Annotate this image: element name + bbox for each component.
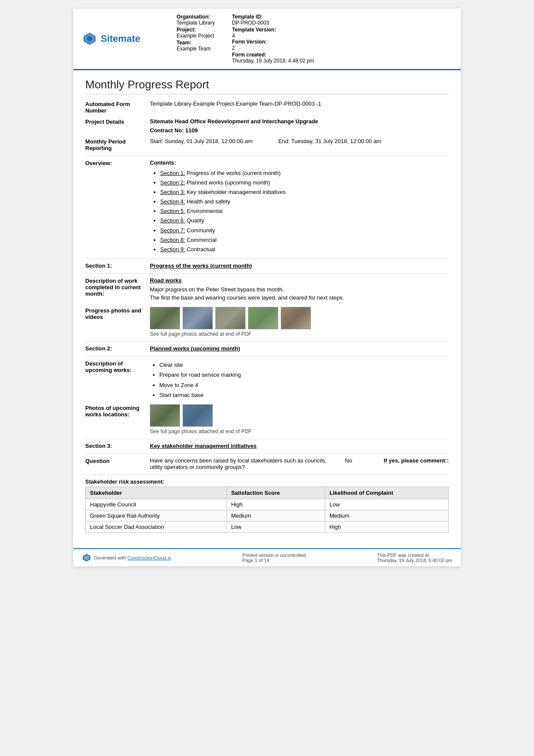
contract-no: Contract No: 1109 bbox=[150, 127, 449, 134]
list-item: Section 2: Planned works (upcoming month… bbox=[160, 178, 449, 187]
section3-desc: Key stakeholder management initiatives bbox=[185, 189, 286, 195]
section3-title: Key stakeholder management initiatives bbox=[150, 443, 257, 449]
overview-label: Overview: bbox=[85, 159, 150, 166]
upcoming-label: Description of upcoming works: bbox=[85, 360, 150, 373]
section9-link[interactable]: Section 9: bbox=[160, 246, 185, 253]
contents-list: Section 1: Progress of the works (curren… bbox=[150, 169, 449, 254]
org-label: Organisation: bbox=[177, 14, 215, 20]
upcoming-photo-thumb-2 bbox=[183, 404, 213, 427]
section8-desc: Commercial bbox=[185, 237, 217, 243]
project-label: Project: bbox=[177, 27, 215, 33]
section1-desc: Progress of the works (current month) bbox=[185, 170, 281, 176]
photo-thumb-5 bbox=[281, 307, 311, 329]
divider-1 bbox=[85, 156, 449, 156]
stakeholder-table: Stakeholder Satisfaction Score Likelihoo… bbox=[85, 487, 449, 533]
contents-title: Contents: bbox=[150, 159, 449, 166]
logo-text: Sitemate bbox=[101, 33, 140, 44]
section3-link[interactable]: Section 3: bbox=[160, 189, 185, 195]
header-meta-left: Organisation: Template Library Project: … bbox=[177, 14, 215, 64]
template-id-label: Template ID: bbox=[232, 14, 314, 20]
footer-created-text: This PDF was created at bbox=[377, 553, 452, 558]
question-comment: If yes, please comment:: bbox=[384, 457, 449, 464]
photos-caption: See full page photos attached at end of … bbox=[150, 331, 449, 337]
roadworks-title: Road works bbox=[150, 277, 449, 284]
logo-area: Sitemate bbox=[82, 14, 177, 64]
likelihood-2: Medium bbox=[325, 510, 448, 522]
section1-link[interactable]: Section 1: bbox=[160, 170, 185, 176]
form-created-value: Thursday, 19 July 2018, 4:48:02 pm bbox=[232, 58, 314, 64]
section7-desc: Community bbox=[185, 227, 215, 234]
footer-created-info: This PDF was created at Thursday, 19 Jul… bbox=[377, 553, 452, 563]
section2-link[interactable]: Section 2: bbox=[160, 179, 185, 186]
upcoming-item-3: Move to Zone 4 bbox=[159, 382, 198, 388]
question-row: Question Have any concerns been raised b… bbox=[85, 457, 449, 470]
section5-link[interactable]: Section 5: bbox=[160, 208, 185, 214]
list-item: Section 3: Key stakeholder management in… bbox=[160, 187, 449, 197]
upcoming-photos-value: See full page photos attached at end of … bbox=[150, 404, 449, 434]
photo-thumb-2 bbox=[183, 307, 213, 329]
section3-label: Section 3: bbox=[85, 443, 150, 449]
table-body: Happyville Council High Low Green Square… bbox=[86, 499, 449, 533]
footer-created-date: Thursday, 19 July 2018, 5:40:02 pm bbox=[377, 558, 452, 563]
photos-value: See full page photos attached at end of … bbox=[150, 307, 449, 337]
stakeholder-name-3: Local Soccer Dad Association bbox=[86, 522, 227, 533]
list-item: Move to Zone 4 bbox=[159, 380, 449, 390]
form-number-label: Automated Form Number bbox=[85, 100, 150, 114]
overview-row: Overview: Contents: Section 1: Progress … bbox=[85, 159, 449, 254]
section4-desc: Health and safety bbox=[185, 198, 230, 205]
period-label: Monthly Period Reporting bbox=[85, 138, 150, 151]
upcoming-item-4: Start tarmac base bbox=[159, 392, 204, 398]
photos-strip bbox=[150, 307, 449, 329]
section7-link[interactable]: Section 7: bbox=[160, 227, 185, 234]
upcoming-value: Clear site Prepare for road service mark… bbox=[150, 360, 449, 400]
section8-link[interactable]: Section 8: bbox=[160, 237, 185, 243]
report-title: Monthly Progress Report bbox=[85, 78, 449, 94]
footer-link[interactable]: ConstructionCloud.io bbox=[127, 555, 171, 560]
stakeholder-name-2: Green Square Rail Authority bbox=[86, 510, 227, 522]
org-line: Organisation: Template Library bbox=[177, 14, 215, 26]
question-text: Have any concerns been raised by local s… bbox=[150, 457, 341, 470]
list-item: Section 4: Health and safety bbox=[160, 197, 449, 206]
upcoming-photo-thumb-1 bbox=[150, 404, 180, 427]
question-answer: No bbox=[345, 457, 379, 464]
photo-thumb-3 bbox=[215, 307, 245, 329]
contract-label: Contract No: bbox=[150, 127, 184, 134]
form-version-label: Form Version: bbox=[232, 39, 314, 45]
photo-thumb-4 bbox=[248, 307, 278, 329]
table-row: Green Square Rail Authority Medium Mediu… bbox=[86, 510, 449, 522]
section6-link[interactable]: Section 6: bbox=[160, 217, 185, 224]
question-value: Have any concerns been raised by local s… bbox=[150, 457, 449, 470]
footer-print-text: Printed version is uncontrolled bbox=[242, 553, 306, 558]
upcoming-list: Clear site Prepare for road service mark… bbox=[150, 360, 449, 400]
period-dates: Start: Sunday, 01 July 2018, 12:00:00 am… bbox=[150, 138, 449, 144]
section2-header: Section 2: Planned works (upcoming month… bbox=[85, 345, 449, 352]
stakeholder-table-label: Stakeholder risk assessment: bbox=[85, 478, 449, 485]
section2-desc: Planned works (upcoming month) bbox=[185, 179, 270, 186]
section1-label: Section 1: bbox=[85, 262, 150, 269]
divider-5 bbox=[85, 356, 449, 356]
desc-work-row: Description of work completed in current… bbox=[85, 277, 449, 303]
upcoming-photos-caption: See full page photos attached at end of … bbox=[150, 428, 449, 434]
photos-label: Progress photos and videos bbox=[85, 307, 150, 320]
photo-thumb-1 bbox=[150, 307, 180, 329]
satisfaction-2: Medium bbox=[227, 510, 325, 522]
form-number-value: Template Library-Example Project-Example… bbox=[150, 100, 449, 107]
likelihood-3: High bbox=[325, 522, 448, 533]
org-value: Template Library bbox=[177, 20, 215, 26]
footer-logo-area: Generated with ConstructionCloud.io bbox=[82, 553, 171, 562]
divider-4 bbox=[85, 341, 449, 342]
list-item: Prepare for road service marking bbox=[159, 370, 449, 380]
upcoming-photos-strip bbox=[150, 404, 449, 427]
section1-title: Progress of the works (current month) bbox=[150, 262, 252, 269]
satisfaction-1: High bbox=[227, 499, 325, 510]
form-version-value: 2 bbox=[232, 45, 314, 51]
page: Sitemate Organisation: Template Library … bbox=[73, 9, 461, 566]
upcoming-item-2: Prepare for road service marking bbox=[159, 372, 241, 378]
template-id-line: Template ID: DP-PROD-0003 bbox=[232, 14, 314, 26]
project-details-row: Project Details Sitemate Head Office Red… bbox=[85, 118, 449, 134]
project-line: Project: Example Project bbox=[177, 27, 215, 39]
desc-text2: The first the base and wearing courses w… bbox=[150, 294, 449, 301]
team-value: Example Team bbox=[177, 46, 215, 52]
form-number-row: Automated Form Number Template Library-E… bbox=[85, 100, 449, 114]
section4-link[interactable]: Section 4: bbox=[160, 198, 185, 205]
